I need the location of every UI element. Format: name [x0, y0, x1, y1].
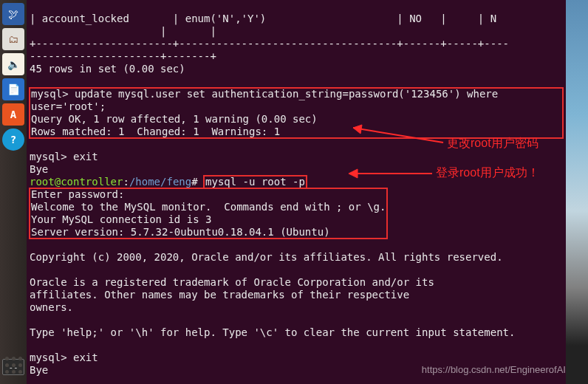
copyright-line: Copyright (c) 2000, 2020, Oracle and/or … — [30, 251, 503, 263]
trademark-line: Oracle is a registered trademark of Orac… — [30, 276, 434, 288]
launcher-thunderbird-icon[interactable]: 🕊 — [2, 3, 24, 25]
svg-marker-1 — [353, 125, 362, 134]
table-sep: +----------------------+----------------… — [30, 38, 509, 49]
help-line: Type 'help;' or '\h' for help. Type '\c'… — [30, 326, 515, 338]
svg-line-0 — [353, 128, 443, 143]
watermark: https://blog.csdn.net/EngineerofAI — [422, 364, 566, 375]
login-command-box: mysql -u root -p — [204, 176, 307, 188]
terminal-output[interactable]: | account_locked | enum('N','Y') | NO | … — [27, 0, 566, 384]
launcher-music-icon[interactable]: 🔈 — [2, 53, 24, 75]
shell-prompt-user: root@controller — [30, 176, 123, 188]
apps-grid-icon[interactable] — [3, 354, 24, 375]
annotation-login-success: 登录root用户成功！ — [436, 165, 539, 181]
unity-launcher[interactable]: 🕊 🗂 🔈 📄 A ? -- — [0, 0, 27, 384]
table-sep: ---------------------+-------+ — [30, 50, 216, 62]
mysql-exit: mysql> exit — [30, 352, 98, 363]
annotation-change-password: 更改root用户密码 — [447, 136, 539, 151]
shell-prompt-path: /home/feng — [129, 176, 191, 188]
rows-summary: 45 rows in set (0.00 sec) — [30, 63, 185, 75]
svg-marker-3 — [349, 169, 358, 178]
mysql-bye: Bye — [30, 364, 48, 376]
mysql-bye: Bye — [30, 163, 48, 175]
table-row: | account_locked | enum('N','Y') | NO | … — [30, 13, 496, 24]
arrow-icon — [340, 167, 436, 180]
launcher-software-icon[interactable]: A — [2, 103, 24, 126]
table-row: | | — [30, 25, 216, 37]
launcher-files-icon[interactable]: 🗂 — [2, 28, 24, 50]
trademark-line: affiliates. Other names may be trademark… — [30, 289, 409, 301]
arrow-icon — [340, 122, 451, 148]
launcher-writer-icon[interactable]: 📄 — [2, 78, 24, 100]
mysql-exit: mysql> exit — [30, 151, 98, 162]
right-window-strip — [566, 0, 588, 384]
update-password-block: mysql> update mysql.user set authenticat… — [30, 88, 563, 138]
launcher-help-icon[interactable]: ? — [2, 128, 24, 151]
trademark-line: owners. — [30, 301, 73, 313]
welcome-block: Enter password: Welcome to the MySQL mon… — [30, 188, 387, 239]
